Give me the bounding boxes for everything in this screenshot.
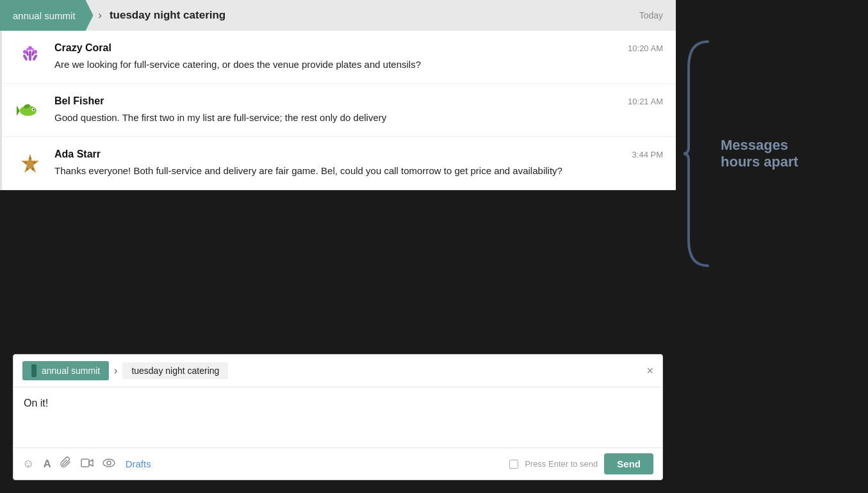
svg-point-23: [107, 461, 111, 465]
chat-header: annual summit › tuesday night catering T…: [0, 0, 676, 31]
composer-child-tab[interactable]: tuesday night catering: [122, 362, 228, 379]
parent-indicator: [31, 364, 37, 377]
svg-point-13: [33, 109, 34, 110]
press-enter-label: Press Enter to send: [525, 459, 598, 469]
svg-rect-21: [81, 459, 89, 467]
header-parent-tab[interactable]: annual summit: [0, 0, 94, 31]
messages-container: Crazy Coral 10:20 AM Are we looking for …: [0, 31, 676, 190]
close-icon[interactable]: ×: [646, 364, 653, 378]
annotation: Messages hours apart: [682, 35, 810, 272]
fish-avatar-icon: [17, 97, 44, 124]
header-child-tab: tuesday night catering: [107, 9, 639, 22]
svg-point-20: [25, 162, 27, 164]
avatar: [15, 149, 45, 179]
composer-parent-tab[interactable]: annual summit: [22, 361, 109, 380]
message-body: Bel Fisher 10:21 AM Good question. The f…: [54, 95, 663, 126]
preview-icon: [102, 458, 115, 467]
message-body: Ada Starr 3:44 PM Thanks everyone! Both …: [54, 149, 663, 179]
message-input[interactable]: [13, 387, 662, 445]
avatar: [15, 42, 45, 73]
message-header: Ada Starr 3:44 PM: [54, 149, 663, 160]
avatar: [15, 95, 45, 126]
table-row: Crazy Coral 10:20 AM Are we looking for …: [2, 31, 676, 84]
table-row: Bel Fisher 10:21 AM Good question. The f…: [2, 84, 676, 137]
starfish-avatar-icon: [17, 150, 44, 177]
message-time: 10:21 AM: [628, 97, 663, 106]
attach-icon[interactable]: [60, 457, 72, 471]
drafts-button[interactable]: Drafts: [126, 458, 151, 469]
coral-avatar-icon: [17, 44, 44, 71]
svg-marker-11: [17, 106, 20, 116]
bracket-icon: [682, 35, 716, 272]
message-header: Bel Fisher 10:21 AM: [54, 95, 663, 107]
svg-point-8: [26, 48, 29, 51]
press-enter-checkbox[interactable]: [509, 460, 518, 469]
annotation-text: Messages hours apart: [721, 137, 810, 171]
svg-rect-0: [29, 51, 31, 61]
svg-point-22: [103, 459, 115, 467]
svg-point-9: [31, 48, 34, 51]
message-text: Are we looking for full-service catering…: [54, 58, 663, 72]
message-body: Crazy Coral 10:20 AM Are we looking for …: [54, 42, 663, 73]
message-time: 10:20 AM: [628, 44, 663, 53]
breadcrumb-arrow: ›: [99, 10, 102, 21]
svg-point-17: [34, 162, 36, 164]
footer-right-controls: Press Enter to send Send: [509, 453, 653, 474]
send-button[interactable]: Send: [604, 453, 653, 474]
svg-point-19: [27, 168, 29, 170]
chat-panel: annual summit › tuesday night catering T…: [0, 0, 676, 190]
message-text: Thanks everyone! Both full-service and d…: [54, 164, 663, 179]
svg-point-16: [29, 158, 31, 159]
text-format-icon[interactable]: A: [43, 458, 51, 471]
camera-icon: [81, 458, 94, 467]
emoji-icon[interactable]: ☺: [22, 457, 34, 471]
message-sender: Crazy Coral: [54, 42, 111, 54]
svg-point-5: [23, 50, 27, 54]
message-sender: Bel Fisher: [54, 95, 104, 107]
composer-breadcrumb-arrow: ›: [114, 365, 117, 376]
message-header: Crazy Coral 10:20 AM: [54, 42, 663, 54]
eye-icon[interactable]: [102, 457, 115, 471]
message-sender: Ada Starr: [54, 149, 101, 160]
message-time: 3:44 PM: [632, 150, 663, 159]
composer-footer: ☺ A Drafts Press Enter to send Send: [13, 448, 662, 480]
composer-header: annual summit › tuesday night catering ×: [13, 355, 662, 387]
svg-point-6: [33, 50, 37, 54]
svg-marker-15: [21, 154, 39, 173]
table-row: Ada Starr 3:44 PM Thanks everyone! Both …: [2, 137, 676, 190]
composer-panel: annual summit › tuesday night catering ×…: [13, 354, 663, 480]
svg-point-18: [32, 168, 34, 170]
paperclip-icon: [60, 457, 72, 468]
video-icon[interactable]: [81, 457, 94, 471]
message-text: Good question. The first two in my list …: [54, 111, 663, 125]
header-date: Today: [639, 10, 676, 20]
